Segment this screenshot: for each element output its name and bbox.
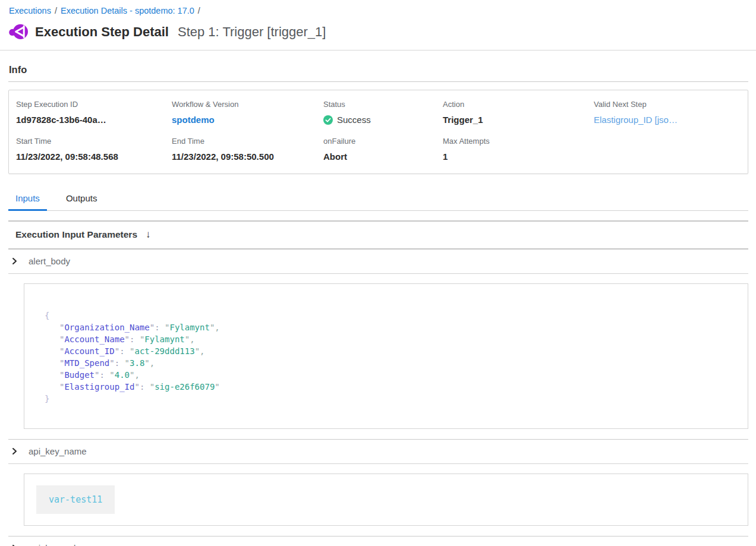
info-field-label: onFailure	[323, 137, 443, 146]
info-field-value: Abort	[323, 152, 443, 162]
info-field-workflow-version: Workflow & Version spotdemo	[172, 100, 323, 125]
page-title: Execution Step Detail	[35, 24, 169, 40]
info-field-label: Valid Next Step	[594, 100, 742, 109]
breadcrumb-link-execution-details[interactable]: Execution Details - spotdemo: 17.0	[61, 6, 194, 15]
tab-outputs[interactable]: Outputs	[59, 190, 105, 210]
breadcrumb: Executions/Execution Details - spotdemo:…	[0, 0, 756, 15]
info-field-max-attempts: Max Attempts 1	[443, 137, 594, 162]
next-step-link[interactable]: Elastigroup_ID [jso…	[594, 115, 678, 125]
info-field-start-time: Start Time 11/23/2022, 09:58:48.568	[16, 137, 172, 162]
api-key-name-value: var-test11	[36, 485, 115, 514]
info-field-value: 1	[443, 152, 594, 162]
page-subtitle: Step 1: Trigger [trigger_1]	[178, 24, 326, 40]
info-field-status: Status Success	[323, 100, 443, 125]
json-pair: Budget4.0	[45, 369, 730, 381]
success-check-icon	[323, 115, 333, 125]
execution-input-parameters-label: Execution Input Parameters	[15, 229, 137, 240]
param-row-api-key-value[interactable]: api_key_value	[8, 536, 748, 546]
param-label: api_key_value	[29, 543, 86, 546]
json-pair: Elastigroup_Idsig-e26f6079	[45, 381, 730, 393]
alert-body-value-panel: {Organization_NameFylamyntAccount_NameFy…	[24, 283, 748, 429]
info-field-value: 11/23/2022, 09:58:48.568	[16, 152, 172, 162]
json-pair: MTD_Spend3.8	[45, 357, 730, 369]
info-field-step-execution-id: Step Execution ID 1d97828c-13b6-40a…	[16, 100, 172, 125]
json-pair: Account_IDact-29ddd113	[45, 345, 730, 357]
info-field-empty	[594, 137, 742, 162]
info-field-label: End Time	[172, 137, 323, 146]
info-field-valid-next-step: Valid Next Step Elastigroup_ID [jso…	[594, 100, 742, 125]
json-pair: Account_NameFylamynt	[45, 333, 730, 345]
info-field-label: Start Time	[16, 137, 172, 146]
info-field-action: Action Trigger_1	[443, 100, 594, 125]
sort-descending-icon[interactable]: ↓	[146, 229, 151, 241]
info-field-value: 1d97828c-13b6-40a…	[16, 115, 172, 125]
info-field-value: Trigger_1	[443, 115, 594, 125]
workflow-link[interactable]: spotdemo	[172, 115, 215, 125]
chevron-right-icon	[11, 447, 18, 455]
info-field-label: Action	[443, 100, 594, 109]
info-field-label: Max Attempts	[443, 137, 594, 146]
breadcrumb-separator: /	[55, 6, 57, 15]
info-heading: Info	[0, 51, 756, 81]
tab-inputs[interactable]: Inputs	[8, 190, 47, 211]
breadcrumb-link-executions[interactable]: Executions	[9, 6, 51, 15]
api-key-name-value-panel: var-test11	[24, 474, 748, 526]
param-label: alert_body	[29, 256, 70, 266]
chevron-right-icon	[11, 257, 18, 265]
json-close-brace: }	[45, 393, 730, 405]
info-card: Step Execution ID 1d97828c-13b6-40a… Wor…	[8, 90, 748, 174]
info-field-label: Status	[323, 100, 443, 109]
info-field-end-time: End Time 11/23/2022, 09:58:50.500	[172, 137, 323, 162]
breadcrumb-separator: /	[198, 6, 200, 15]
status-badge: Success	[337, 115, 371, 125]
param-row-api-key-name[interactable]: api_key_name	[8, 440, 748, 464]
tab-bar: Inputs Outputs	[8, 190, 748, 211]
page-header: Execution Step Detail Step 1: Trigger [t…	[0, 15, 756, 50]
info-field-value: 11/23/2022, 09:58:50.500	[172, 152, 323, 162]
execution-input-parameters-header: Execution Input Parameters ↓	[8, 220, 748, 250]
json-open-brace: {	[45, 310, 730, 321]
info-field-label: Step Execution ID	[16, 100, 172, 109]
json-pair: Organization_NameFylamynt	[45, 321, 730, 333]
param-label: api_key_name	[29, 446, 87, 456]
info-field-onfailure: onFailure Abort	[323, 137, 443, 162]
param-row-alert-body[interactable]: alert_body	[8, 250, 748, 274]
fylamynt-logo-icon	[8, 23, 29, 41]
json-viewer: {Organization_NameFylamyntAccount_NameFy…	[45, 310, 730, 405]
info-field-label: Workflow & Version	[172, 100, 323, 109]
info-divider	[8, 81, 748, 82]
